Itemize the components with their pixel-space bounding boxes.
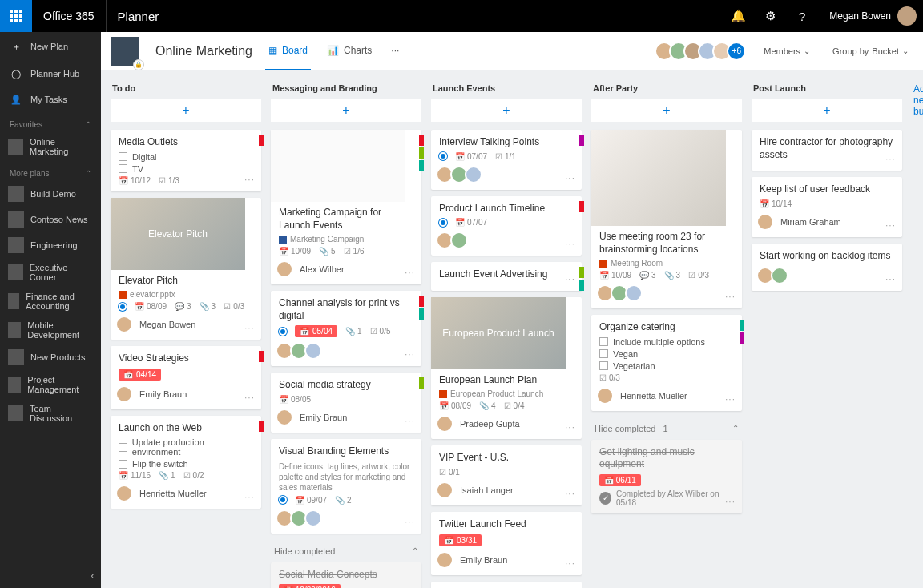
- card-menu-icon[interactable]: ···: [725, 496, 736, 507]
- checkbox-icon[interactable]: [119, 443, 127, 452]
- add-task-button[interactable]: +: [752, 99, 902, 122]
- card-menu-icon[interactable]: ···: [405, 415, 415, 426]
- card-menu-icon[interactable]: ···: [565, 558, 575, 569]
- card-menu-icon[interactable]: ···: [405, 516, 415, 527]
- card-menu-icon[interactable]: ···: [565, 273, 575, 284]
- card-menu-icon[interactable]: ···: [725, 393, 736, 405]
- task-card[interactable]: Start working on backlog items···: [752, 244, 902, 292]
- task-card[interactable]: European Product LaunchEuropean Launch P…: [431, 297, 582, 440]
- plan-members-avatars[interactable]: +6: [659, 42, 746, 61]
- task-card[interactable]: Media OutletsDigitalTV📅10/12☑1/3···: [111, 130, 261, 191]
- tab-board[interactable]: ▦ Board: [265, 32, 311, 70]
- card-menu-icon[interactable]: ···: [885, 273, 896, 284]
- card-menu-icon[interactable]: ···: [565, 488, 575, 499]
- help-icon[interactable]: ?: [786, 0, 818, 32]
- checklist-item[interactable]: TV: [119, 164, 253, 174]
- card-attachment[interactable]: Marketing Campaign: [279, 235, 413, 244]
- settings-gear-icon[interactable]: ⚙: [754, 0, 786, 32]
- task-card[interactable]: Launch on the WebUpdate production envir…: [111, 416, 261, 509]
- card-attachment[interactable]: European Product Launch: [439, 389, 574, 398]
- card-menu-icon[interactable]: ···: [885, 219, 896, 231]
- task-card-completed[interactable]: Social Media Concepts 📅 12/20/2016 ✓Comp…: [271, 562, 421, 588]
- members-dropdown[interactable]: Members ⌄: [759, 46, 815, 56]
- more-members-badge[interactable]: +6: [727, 42, 746, 61]
- checkbox-icon[interactable]: [599, 337, 608, 346]
- notifications-icon[interactable]: 🔔: [722, 0, 754, 32]
- more-plans-section-header[interactable]: More plans ⌃: [0, 161, 101, 181]
- task-card[interactable]: Video Strategies📅04/14Emily Braun···: [111, 346, 261, 409]
- my-tasks-link[interactable]: 👤 My Tasks: [0, 87, 101, 112]
- sidebar-plan-item[interactable]: Team Discussion: [0, 399, 101, 428]
- bucket-title[interactable]: To do: [111, 80, 261, 99]
- favorites-section-header[interactable]: Favorites ⌃: [0, 112, 101, 132]
- task-card[interactable]: Launch Event Advertising···: [431, 262, 582, 291]
- bucket-title[interactable]: Messaging and Branding: [271, 80, 421, 99]
- card-menu-icon[interactable]: ···: [565, 238, 575, 249]
- task-card[interactable]: Channel analysis for print vs digital📅05…: [271, 291, 421, 366]
- checkbox-icon[interactable]: [119, 460, 127, 469]
- groupby-dropdown[interactable]: Group by Bucket ⌄: [828, 46, 913, 56]
- add-bucket-button[interactable]: Add new bu: [912, 80, 923, 120]
- card-menu-icon[interactable]: ···: [244, 322, 255, 333]
- card-menu-icon[interactable]: ···: [405, 348, 415, 360]
- add-task-button[interactable]: +: [111, 99, 261, 122]
- add-task-button[interactable]: +: [591, 99, 742, 122]
- sidebar-plan-item[interactable]: Online Marketing: [0, 132, 101, 161]
- checklist-item[interactable]: Include multiple options: [599, 337, 734, 347]
- task-card[interactable]: Keep list of user feedback📅10/14Miriam G…: [752, 177, 902, 237]
- task-card[interactable]: Hire contractor for photography assets··…: [752, 130, 902, 171]
- hide-completed-toggle[interactable]: Hide completed ⌃: [271, 540, 421, 562]
- card-menu-icon[interactable]: ···: [244, 491, 255, 502]
- card-menu-icon[interactable]: ···: [725, 291, 736, 302]
- card-menu-icon[interactable]: ···: [244, 392, 255, 403]
- user-menu[interactable]: Megan Bowen: [818, 6, 923, 26]
- task-card[interactable]: Twitter Launch Feed📅03/31Emily Braun···: [431, 512, 582, 575]
- sidebar-plan-item[interactable]: Contoso News: [0, 207, 101, 232]
- task-card[interactable]: Visual Branding ElementsDefine icons, ta…: [271, 439, 421, 534]
- card-menu-icon[interactable]: ···: [565, 421, 575, 433]
- sidebar-plan-item[interactable]: Engineering: [0, 232, 101, 258]
- collapse-sidebar-icon[interactable]: ‹: [91, 569, 95, 582]
- sidebar-plan-item[interactable]: Finance and Accounting: [0, 287, 101, 316]
- checkbox-icon[interactable]: [599, 361, 608, 370]
- checkbox-icon[interactable]: [119, 152, 127, 161]
- sidebar-plan-item[interactable]: Executive Corner: [0, 258, 101, 287]
- new-plan-button[interactable]: ＋ New Plan: [0, 32, 101, 61]
- add-task-button[interactable]: +: [271, 99, 421, 122]
- task-card[interactable]: Interview Talking Points📅07/07☑1/1···: [431, 130, 582, 190]
- sidebar-plan-item[interactable]: Mobile Development: [0, 316, 101, 344]
- bucket-title[interactable]: After Party: [591, 80, 742, 99]
- bucket-title[interactable]: Post Launch: [752, 80, 902, 99]
- checkbox-icon[interactable]: [119, 164, 127, 173]
- tab-charts[interactable]: 📊 Charts: [324, 32, 375, 70]
- task-card[interactable]: VIP Event - U.S.☑0/1Isaiah Langer···: [431, 445, 582, 505]
- sidebar-plan-item[interactable]: Build Demo: [0, 181, 101, 207]
- checklist-item[interactable]: Digital: [119, 152, 253, 162]
- sidebar-plan-item[interactable]: New Products: [0, 344, 101, 370]
- task-card[interactable]: Marketing Campaign for Launch EventsMark…: [271, 130, 421, 284]
- card-menu-icon[interactable]: ···: [244, 174, 255, 185]
- task-card[interactable]: Social media strategy📅08/05Emily Braun··…: [271, 373, 421, 433]
- sidebar-plan-item[interactable]: Project Management: [0, 370, 101, 399]
- card-menu-icon[interactable]: ···: [565, 172, 575, 183]
- card-attachment[interactable]: elevator.pptx: [119, 290, 253, 299]
- task-card[interactable]: Elevator PitchElevator Pitchelevator.ppt…: [111, 198, 261, 340]
- checkbox-icon[interactable]: [599, 349, 608, 358]
- add-task-button[interactable]: +: [431, 99, 582, 122]
- hide-completed-toggle[interactable]: Hide completed 1 ⌃: [591, 417, 742, 440]
- task-card-completed[interactable]: Get lighting and music equipment 📅 06/11…: [591, 440, 742, 513]
- task-card[interactable]: Product Launch Timeline📅07/07···: [431, 196, 582, 256]
- card-menu-icon[interactable]: ···: [405, 267, 415, 278]
- app-launcher-icon[interactable]: [0, 0, 32, 32]
- card-attachment[interactable]: Meeting Room: [599, 259, 734, 268]
- card-menu-icon[interactable]: ···: [885, 153, 896, 164]
- bucket-title[interactable]: Launch Events: [431, 80, 582, 99]
- task-card[interactable]: Organize cateringInclude multiple option…: [591, 315, 742, 411]
- task-card[interactable]: Press Release Text📎3···: [431, 582, 582, 588]
- checklist-item[interactable]: Vegetarian: [599, 361, 734, 371]
- task-card[interactable]: Use meeting room 23 for brainstorming lo…: [591, 130, 742, 308]
- more-menu[interactable]: ···: [388, 32, 402, 70]
- checklist-item[interactable]: Update production environment: [119, 437, 253, 457]
- checklist-item[interactable]: Vegan: [599, 349, 734, 359]
- checklist-item[interactable]: Flip the switch: [119, 459, 253, 469]
